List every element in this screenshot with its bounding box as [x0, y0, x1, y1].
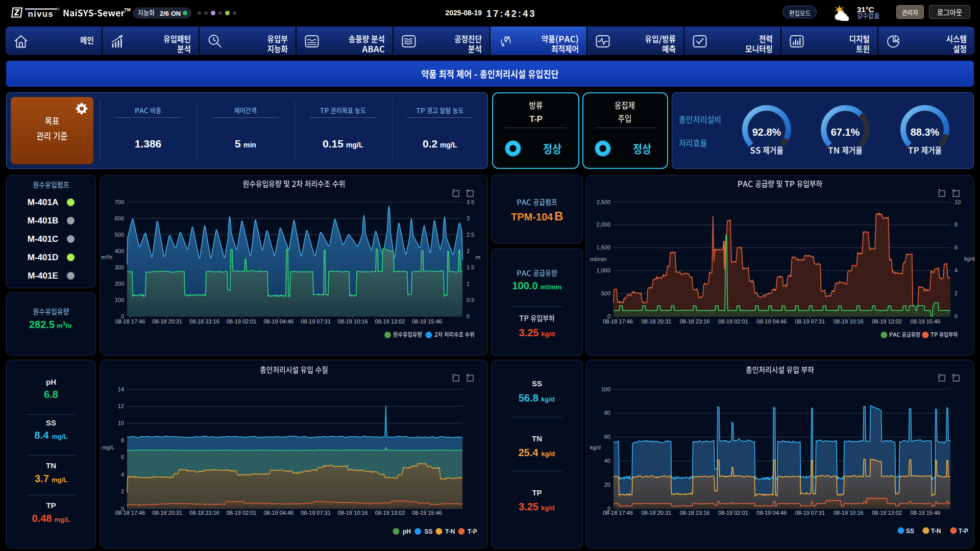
svg-text:8.4: 8.4 — [35, 430, 50, 441]
svg-text:4: 4 — [954, 267, 958, 273]
svg-text:TP: TP — [46, 501, 56, 510]
svg-text:500: 500 — [601, 290, 610, 296]
svg-text:5: 5 — [235, 138, 241, 149]
svg-text:08-19 07:31: 08-19 07:31 — [301, 510, 331, 516]
svg-text:kg/d: kg/d — [541, 504, 555, 512]
svg-text:3.5: 3.5 — [467, 199, 474, 205]
svg-text:pH: pH — [403, 528, 411, 535]
svg-text:T-N: T-N — [445, 528, 455, 535]
svg-text:M-401B: M-401B — [28, 216, 58, 226]
svg-text:400: 400 — [115, 248, 124, 254]
svg-text:m³/h: m³/h — [101, 254, 112, 260]
svg-text:10: 10 — [954, 199, 961, 205]
svg-text:40: 40 — [604, 458, 610, 464]
svg-text:2,500: 2,500 — [596, 199, 610, 205]
svg-text:08-19 04:46: 08-19 04:46 — [263, 510, 293, 516]
svg-text:M-401D: M-401D — [28, 253, 58, 262]
svg-text:08-19 02:01: 08-19 02:01 — [227, 510, 257, 516]
svg-text:300: 300 — [115, 264, 124, 270]
svg-text:SS: SS — [906, 528, 914, 535]
svg-text:08-18 17:46: 08-18 17:46 — [115, 318, 145, 324]
svg-text:SS: SS — [425, 528, 433, 535]
svg-text:0.48: 0.48 — [32, 513, 52, 524]
svg-text:mg/L: mg/L — [52, 433, 68, 440]
svg-text:08-19 04:46: 08-19 04:46 — [263, 318, 293, 324]
svg-text:17:42:43: 17:42:43 — [486, 9, 536, 19]
svg-text:08-19 07:31: 08-19 07:31 — [301, 318, 331, 324]
svg-text:M-401C: M-401C — [28, 234, 58, 244]
svg-text:T-P: T-P — [959, 528, 968, 535]
svg-text:2: 2 — [954, 290, 958, 296]
svg-text:08-19 07:31: 08-19 07:31 — [795, 318, 825, 324]
svg-text:mg/L: mg/L — [440, 141, 457, 149]
svg-text:08-18 17:46: 08-18 17:46 — [603, 318, 633, 324]
svg-text:500: 500 — [115, 232, 124, 238]
svg-text:T-P: T-P — [468, 528, 477, 535]
svg-text:SS: SS — [46, 418, 56, 427]
svg-text:08-19 13:02: 08-19 13:02 — [375, 510, 405, 516]
svg-text:1,500: 1,500 — [596, 244, 610, 251]
svg-text:mg/L: mg/L — [55, 516, 70, 523]
svg-text:SS: SS — [532, 379, 542, 388]
svg-text:B: B — [554, 209, 563, 223]
svg-text:TPM-104: TPM-104 — [511, 211, 553, 222]
svg-text:8: 8 — [954, 221, 958, 228]
svg-text:6: 6 — [954, 244, 958, 251]
svg-text:kg/d: kg/d — [541, 395, 555, 403]
svg-text:700: 700 — [115, 199, 124, 205]
svg-text:mg/L: mg/L — [346, 141, 363, 149]
svg-text:88.3%: 88.3% — [911, 127, 940, 138]
svg-text:3: 3 — [467, 215, 470, 221]
svg-text:TP: TP — [532, 488, 542, 497]
svg-text:1,000: 1,000 — [596, 267, 610, 273]
svg-text:08-18 23:16: 08-18 23:16 — [680, 318, 710, 324]
svg-text:08-19 04:46: 08-19 04:46 — [756, 510, 787, 516]
svg-text:08-19 13:02: 08-19 13:02 — [375, 318, 405, 324]
svg-text:08-18 20:31: 08-18 20:31 — [641, 510, 671, 516]
svg-text:2025-08-19: 2025-08-19 — [445, 9, 482, 17]
svg-text:ml/min: ml/min — [590, 256, 606, 262]
svg-text:10: 10 — [118, 420, 124, 426]
svg-text:08-18 20:31: 08-18 20:31 — [641, 318, 671, 324]
svg-text:08-18 20:31: 08-18 20:31 — [152, 318, 182, 324]
svg-text:1.5: 1.5 — [467, 264, 474, 270]
svg-text:08-18 23:16: 08-18 23:16 — [680, 510, 710, 516]
svg-text:600: 600 — [115, 215, 124, 221]
svg-text:08-19 04:46: 08-19 04:46 — [756, 318, 787, 324]
svg-text:200: 200 — [115, 281, 124, 287]
svg-text:0.5: 0.5 — [467, 297, 474, 303]
svg-text:31°C: 31°C — [857, 5, 874, 14]
svg-text:08-19 10:16: 08-19 10:16 — [338, 318, 368, 324]
svg-text:08-18 17:46: 08-18 17:46 — [115, 510, 145, 516]
svg-text:6.8: 6.8 — [44, 389, 58, 400]
svg-text:kg/d: kg/d — [590, 444, 601, 450]
svg-text:92.8%: 92.8% — [752, 127, 781, 138]
svg-text:08-18 23:16: 08-18 23:16 — [189, 318, 219, 324]
svg-text:2: 2 — [467, 248, 470, 254]
svg-text:56.8: 56.8 — [519, 392, 538, 404]
svg-text:3.25: 3.25 — [519, 501, 538, 512]
svg-text:TN: TN — [532, 434, 542, 443]
svg-text:08-19 15:46: 08-19 15:46 — [911, 318, 941, 324]
svg-text:0: 0 — [954, 313, 958, 319]
svg-text:2.5: 2.5 — [467, 232, 474, 238]
svg-text:m3hr: m3hr — [57, 321, 72, 330]
svg-text:pH: pH — [46, 378, 56, 386]
svg-text:M-401A: M-401A — [28, 197, 58, 207]
svg-text:2: 2 — [121, 488, 124, 494]
svg-text:2/6 ON: 2/6 ON — [160, 10, 181, 17]
svg-text:M-401E: M-401E — [28, 271, 58, 281]
svg-text:m: m — [476, 254, 480, 260]
svg-text:20: 20 — [604, 482, 610, 488]
svg-text:kg/d: kg/d — [542, 330, 555, 338]
svg-text:TN: TN — [46, 461, 56, 470]
svg-text:kg/d: kg/d — [964, 256, 975, 262]
svg-text:3.7: 3.7 — [35, 473, 49, 484]
svg-text:80: 80 — [604, 410, 610, 416]
svg-text:08-18 20:31: 08-18 20:31 — [152, 510, 182, 516]
svg-text:3.25: 3.25 — [519, 327, 539, 338]
svg-text:100.0: 100.0 — [512, 280, 538, 291]
svg-text:08-19 07:31: 08-19 07:31 — [795, 510, 825, 516]
svg-text:60: 60 — [604, 434, 610, 440]
svg-text:100: 100 — [601, 386, 610, 392]
